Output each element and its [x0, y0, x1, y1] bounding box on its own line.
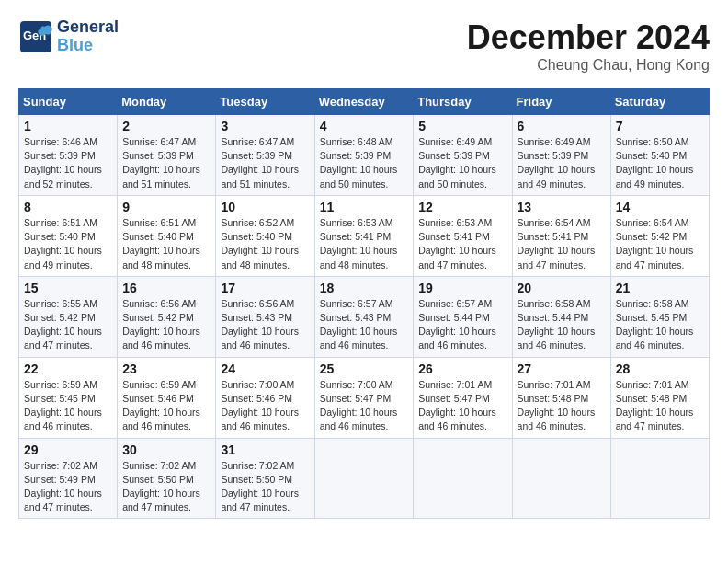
- calendar-week-4: 22Sunrise: 6:59 AMSunset: 5:45 PMDayligh…: [19, 357, 710, 438]
- calendar-subtitle: Cheung Chau, Hong Kong: [467, 57, 710, 74]
- day-number: 31: [221, 442, 309, 457]
- day-number: 11: [320, 200, 409, 214]
- day-header-friday: Friday: [512, 89, 610, 115]
- day-header-thursday: Thursday: [414, 89, 512, 115]
- day-number: 28: [616, 362, 704, 376]
- empty-cell: [610, 438, 709, 519]
- day-number: 5: [418, 119, 506, 133]
- day-info: Sunrise: 6:50 AMSunset: 5:40 PMDaylight:…: [616, 135, 704, 191]
- day-info: Sunrise: 6:46 AMSunset: 5:39 PMDaylight:…: [24, 135, 112, 191]
- day-info: Sunrise: 6:56 AMSunset: 5:42 PMDaylight:…: [122, 297, 210, 353]
- day-number: 30: [122, 442, 210, 457]
- day-number: 6: [518, 119, 606, 133]
- day-number: 15: [24, 281, 112, 295]
- day-info: Sunrise: 6:54 AMSunset: 5:41 PMDaylight:…: [518, 216, 606, 272]
- calendar-body: 1Sunrise: 6:46 AMSunset: 5:39 PMDaylight…: [19, 115, 710, 519]
- day-number: 13: [518, 200, 606, 214]
- day-info: Sunrise: 7:02 AMSunset: 5:50 PMDaylight:…: [122, 459, 210, 515]
- calendar-day-25: 25Sunrise: 7:00 AMSunset: 5:47 PMDayligh…: [314, 357, 414, 438]
- day-info: Sunrise: 7:01 AMSunset: 5:47 PMDaylight:…: [418, 378, 506, 434]
- day-number: 25: [320, 362, 409, 376]
- day-number: 20: [518, 281, 606, 295]
- empty-cell: [512, 438, 610, 519]
- logo-general: General: [57, 18, 119, 37]
- day-info: Sunrise: 6:49 AMSunset: 5:39 PMDaylight:…: [418, 135, 506, 191]
- calendar-day-16: 16Sunrise: 6:56 AMSunset: 5:42 PMDayligh…: [118, 276, 216, 357]
- calendar-day-21: 21Sunrise: 6:58 AMSunset: 5:45 PMDayligh…: [610, 276, 709, 357]
- day-number: 27: [518, 362, 606, 376]
- calendar-day-22: 22Sunrise: 6:59 AMSunset: 5:45 PMDayligh…: [19, 357, 118, 438]
- day-number: 26: [418, 362, 506, 376]
- day-info: Sunrise: 6:58 AMSunset: 5:44 PMDaylight:…: [518, 297, 606, 353]
- day-info: Sunrise: 7:00 AMSunset: 5:46 PMDaylight:…: [221, 378, 309, 434]
- calendar-week-1: 1Sunrise: 6:46 AMSunset: 5:39 PMDaylight…: [19, 115, 710, 196]
- calendar-day-3: 3Sunrise: 6:47 AMSunset: 5:39 PMDaylight…: [216, 115, 314, 196]
- calendar-day-28: 28Sunrise: 7:01 AMSunset: 5:48 PMDayligh…: [610, 357, 709, 438]
- calendar-day-12: 12Sunrise: 6:53 AMSunset: 5:41 PMDayligh…: [414, 195, 512, 276]
- calendar-week-5: 29Sunrise: 7:02 AMSunset: 5:49 PMDayligh…: [19, 438, 710, 519]
- day-info: Sunrise: 6:48 AMSunset: 5:39 PMDaylight:…: [320, 135, 409, 191]
- header: Gen General Blue December 2024 Cheung Ch…: [18, 18, 710, 74]
- calendar-title: December 2024: [467, 18, 710, 57]
- day-info: Sunrise: 6:55 AMSunset: 5:42 PMDaylight:…: [24, 297, 112, 353]
- calendar-day-23: 23Sunrise: 6:59 AMSunset: 5:46 PMDayligh…: [118, 357, 216, 438]
- day-header-saturday: Saturday: [610, 89, 709, 115]
- day-number: 29: [24, 442, 112, 457]
- day-number: 1: [24, 119, 112, 133]
- calendar-day-5: 5Sunrise: 6:49 AMSunset: 5:39 PMDaylight…: [414, 115, 512, 196]
- day-header-wednesday: Wednesday: [314, 89, 414, 115]
- calendar-day-20: 20Sunrise: 6:58 AMSunset: 5:44 PMDayligh…: [512, 276, 610, 357]
- day-number: 8: [24, 200, 112, 214]
- day-header-sunday: Sunday: [19, 89, 118, 115]
- day-number: 7: [616, 119, 704, 133]
- empty-cell: [314, 438, 414, 519]
- calendar-day-30: 30Sunrise: 7:02 AMSunset: 5:50 PMDayligh…: [118, 438, 216, 519]
- calendar-day-9: 9Sunrise: 6:51 AMSunset: 5:40 PMDaylight…: [118, 195, 216, 276]
- day-info: Sunrise: 6:53 AMSunset: 5:41 PMDaylight:…: [320, 216, 409, 272]
- day-info: Sunrise: 7:02 AMSunset: 5:49 PMDaylight:…: [24, 459, 112, 515]
- calendar-day-24: 24Sunrise: 7:00 AMSunset: 5:46 PMDayligh…: [216, 357, 314, 438]
- day-number: 16: [122, 281, 210, 295]
- calendar-day-2: 2Sunrise: 6:47 AMSunset: 5:39 PMDaylight…: [118, 115, 216, 196]
- calendar-day-31: 31Sunrise: 7:02 AMSunset: 5:50 PMDayligh…: [216, 438, 314, 519]
- calendar-day-1: 1Sunrise: 6:46 AMSunset: 5:39 PMDaylight…: [19, 115, 118, 196]
- calendar-day-13: 13Sunrise: 6:54 AMSunset: 5:41 PMDayligh…: [512, 195, 610, 276]
- title-area: December 2024 Cheung Chau, Hong Kong: [467, 18, 710, 74]
- calendar-week-3: 15Sunrise: 6:55 AMSunset: 5:42 PMDayligh…: [19, 276, 710, 357]
- day-number: 12: [418, 200, 506, 214]
- day-number: 3: [221, 119, 309, 133]
- calendar-day-17: 17Sunrise: 6:56 AMSunset: 5:43 PMDayligh…: [216, 276, 314, 357]
- calendar-header: SundayMondayTuesdayWednesdayThursdayFrid…: [19, 89, 710, 115]
- day-number: 9: [122, 200, 210, 214]
- day-info: Sunrise: 6:47 AMSunset: 5:39 PMDaylight:…: [122, 135, 210, 191]
- logo: Gen General Blue: [18, 18, 119, 55]
- calendar-day-19: 19Sunrise: 6:57 AMSunset: 5:44 PMDayligh…: [414, 276, 512, 357]
- calendar-day-27: 27Sunrise: 7:01 AMSunset: 5:48 PMDayligh…: [512, 357, 610, 438]
- day-info: Sunrise: 7:01 AMSunset: 5:48 PMDaylight:…: [518, 378, 606, 434]
- day-number: 14: [616, 200, 704, 214]
- day-info: Sunrise: 6:54 AMSunset: 5:42 PMDaylight:…: [616, 216, 704, 272]
- day-info: Sunrise: 6:53 AMSunset: 5:41 PMDaylight:…: [418, 216, 506, 272]
- day-info: Sunrise: 6:56 AMSunset: 5:43 PMDaylight:…: [221, 297, 309, 353]
- header-row: SundayMondayTuesdayWednesdayThursdayFrid…: [19, 89, 710, 115]
- day-number: 19: [418, 281, 506, 295]
- day-info: Sunrise: 6:58 AMSunset: 5:45 PMDaylight:…: [616, 297, 704, 353]
- day-number: 24: [221, 362, 309, 376]
- calendar-day-7: 7Sunrise: 6:50 AMSunset: 5:40 PMDaylight…: [610, 115, 709, 196]
- day-info: Sunrise: 6:51 AMSunset: 5:40 PMDaylight:…: [122, 216, 210, 272]
- day-number: 23: [122, 362, 210, 376]
- day-number: 10: [221, 200, 309, 214]
- day-info: Sunrise: 6:57 AMSunset: 5:43 PMDaylight:…: [320, 297, 409, 353]
- day-number: 2: [122, 119, 210, 133]
- day-info: Sunrise: 6:59 AMSunset: 5:45 PMDaylight:…: [24, 378, 112, 434]
- day-info: Sunrise: 6:52 AMSunset: 5:40 PMDaylight:…: [221, 216, 309, 272]
- calendar-day-14: 14Sunrise: 6:54 AMSunset: 5:42 PMDayligh…: [610, 195, 709, 276]
- day-number: 22: [24, 362, 112, 376]
- day-info: Sunrise: 7:00 AMSunset: 5:47 PMDaylight:…: [320, 378, 409, 434]
- day-info: Sunrise: 6:59 AMSunset: 5:46 PMDaylight:…: [122, 378, 210, 434]
- logo-blue: Blue: [57, 37, 119, 55]
- day-info: Sunrise: 6:47 AMSunset: 5:39 PMDaylight:…: [221, 135, 309, 191]
- day-info: Sunrise: 7:01 AMSunset: 5:48 PMDaylight:…: [616, 378, 704, 434]
- day-info: Sunrise: 7:02 AMSunset: 5:50 PMDaylight:…: [221, 459, 309, 515]
- calendar-day-29: 29Sunrise: 7:02 AMSunset: 5:49 PMDayligh…: [19, 438, 118, 519]
